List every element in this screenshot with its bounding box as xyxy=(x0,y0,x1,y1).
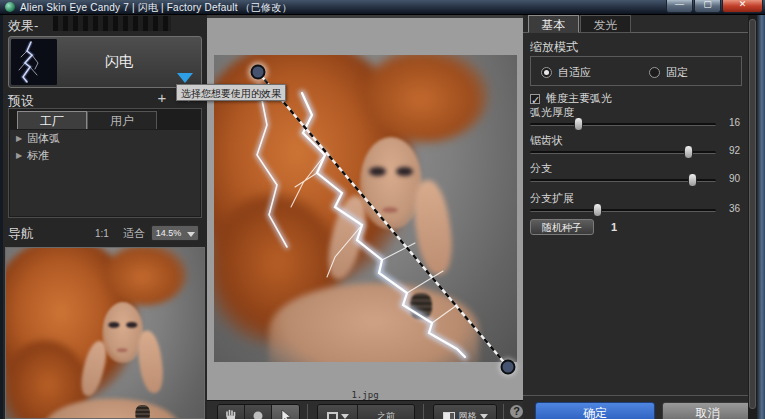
right-panel-scrollbar xyxy=(748,15,757,419)
divider xyxy=(523,395,748,396)
tooltip: 选择您想要使用的效果 xyxy=(176,84,286,101)
navigation-label: 导航 xyxy=(8,225,34,243)
maximize-icon: ▢ xyxy=(695,0,720,10)
radio-unselected-icon xyxy=(649,67,660,78)
slider-branches: 分支 90 xyxy=(530,161,742,189)
slider-jaggedness: 锯齿状 92 xyxy=(530,133,742,161)
slider-track[interactable] xyxy=(530,151,716,154)
window-frame-right xyxy=(757,15,765,419)
random-seed-button[interactable]: 随机种子 xyxy=(530,219,594,235)
slider-value: 90 xyxy=(729,173,740,184)
slider-value: 16 xyxy=(729,117,740,128)
preset-item-standard[interactable]: ▶ 标准 xyxy=(10,147,200,164)
minimize-button[interactable]: — xyxy=(666,0,693,13)
close-button[interactable]: ✕ xyxy=(722,0,763,13)
taper-main-arc-label: 锥度主要弧光 xyxy=(546,91,612,106)
zoom-level-dropdown[interactable]: 14.5% xyxy=(151,225,199,241)
slider-handle[interactable] xyxy=(574,117,583,131)
slider-track[interactable] xyxy=(530,179,716,182)
navigation-header: 导航 1:1 适合 14.5% xyxy=(3,222,207,244)
before-view-button[interactable]: 之前 xyxy=(358,405,414,419)
chevron-down-icon xyxy=(187,232,195,237)
help-button[interactable]: ? xyxy=(510,405,523,418)
zoom-level-value: 14.5% xyxy=(152,228,185,238)
tab-user[interactable]: 用户 xyxy=(87,111,157,129)
navigation-preview-image xyxy=(6,248,205,419)
canvas-toolbar: 之前 网格 ? xyxy=(207,400,523,419)
tab-factory[interactable]: 工厂 xyxy=(17,111,87,129)
title-bar: Alien Skin Eye Candy 7 | 闪电 | Factory De… xyxy=(0,0,765,15)
slider-value: 36 xyxy=(729,203,740,214)
circle-icon xyxy=(252,410,264,419)
close-icon: ✕ xyxy=(723,0,762,10)
image-filename: 1.jpg xyxy=(207,390,523,400)
scale-mode-label: 缩放模式 xyxy=(530,39,578,56)
app-icon xyxy=(5,2,15,12)
preset-list-panel: 工厂 用户 ▶ 固体弧 ▶ 标准 xyxy=(8,108,202,218)
zoom-1to1-button[interactable]: 1:1 xyxy=(95,228,109,239)
pan-tool-button[interactable] xyxy=(218,405,245,419)
chevron-down-icon xyxy=(341,414,349,419)
radio-fixed[interactable]: 固定 xyxy=(649,65,688,80)
settings-panel: 基本 发光 缩放模式 自适应 固定 ✓ 锥度主要弧光 弧光厚度 16 xyxy=(523,15,748,419)
add-preset-button[interactable]: + xyxy=(153,89,171,107)
preview-area: 1.jpg xyxy=(207,15,523,419)
effect-section-label: 效果- xyxy=(8,17,38,35)
scrollbar-thumb[interactable] xyxy=(749,19,756,409)
slider-track[interactable] xyxy=(530,123,716,126)
preset-item-solid-arc[interactable]: ▶ 固体弧 xyxy=(10,130,200,147)
cancel-button[interactable]: 取消 xyxy=(662,402,753,419)
tree-expand-icon[interactable]: ▶ xyxy=(16,134,22,143)
slider-arc-thickness: 弧光厚度 16 xyxy=(530,105,742,133)
slider-branch-spread: 分支扩展 36 xyxy=(530,191,742,219)
slider-handle[interactable] xyxy=(688,173,697,187)
cursor-icon xyxy=(279,409,292,419)
settings-tabs: 基本 发光 xyxy=(523,15,748,33)
left-panel: 效果- 闪电 预设 + ⏷ 工厂 用户 xyxy=(3,15,207,419)
navigation-preview[interactable] xyxy=(5,247,205,419)
maximize-button[interactable]: ▢ xyxy=(694,0,721,13)
window-title: Alien Skin Eye Candy 7 | 闪电 | Factory De… xyxy=(20,1,292,15)
checkbox-checked-icon: ✓ xyxy=(530,94,540,104)
hand-icon xyxy=(224,409,238,419)
random-seed-value: 1 xyxy=(611,221,617,233)
slider-track[interactable] xyxy=(530,209,716,212)
ellipse-tool-button[interactable] xyxy=(245,405,272,419)
effect-dropdown[interactable]: 闪电 xyxy=(8,36,202,88)
preset-item-label: 标准 xyxy=(27,148,49,163)
minimize-icon: — xyxy=(667,0,692,10)
chevron-down-icon xyxy=(177,73,193,83)
frame-icon xyxy=(327,412,338,419)
effect-name-label: 闪电 xyxy=(57,53,181,71)
taper-main-arc-checkbox[interactable]: ✓ 锥度主要弧光 xyxy=(530,91,612,106)
scale-mode-group: 自适应 固定 xyxy=(530,56,742,86)
lightning-thumbnail-icon xyxy=(11,39,57,85)
slider-value: 92 xyxy=(729,145,740,156)
tab-basic[interactable]: 基本 xyxy=(528,15,579,33)
app-window: Alien Skin Eye Candy 7 | 闪电 | Factory De… xyxy=(0,0,765,419)
preset-list: ▶ 固体弧 ▶ 标准 xyxy=(10,130,200,216)
split-view-icon xyxy=(443,412,455,419)
redacted-text-block xyxy=(53,16,171,31)
radio-selected-icon xyxy=(541,67,552,78)
tab-glow[interactable]: 发光 xyxy=(580,15,631,33)
radio-adaptive[interactable]: 自适应 xyxy=(541,65,591,80)
preview-image xyxy=(214,55,517,362)
zoom-fit-button[interactable]: 适合 xyxy=(123,226,145,241)
select-tool-button[interactable] xyxy=(272,405,299,419)
preset-item-label: 固体弧 xyxy=(27,131,60,146)
tree-expand-icon[interactable]: ▶ xyxy=(16,151,22,160)
chevron-down-icon xyxy=(480,414,488,419)
view-frame-button[interactable] xyxy=(318,405,358,419)
grid-view-button[interactable]: 网格 xyxy=(434,405,496,419)
slider-handle[interactable] xyxy=(593,203,602,217)
slider-handle[interactable] xyxy=(684,145,693,159)
ok-button[interactable]: 确定 xyxy=(535,402,655,419)
